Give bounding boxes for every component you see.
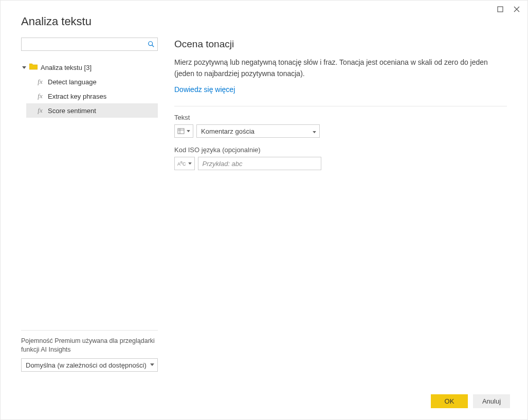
function-tree: Analiza tekstu [3] fx Detect language fx…: [21, 61, 158, 330]
field-text: Tekst Komentarz gościa: [174, 114, 507, 138]
text-column-dropdown[interactable]: Komentarz gościa: [196, 124, 320, 138]
iso-input[interactable]: [198, 157, 321, 170]
tree-item-detect-language[interactable]: fx Detect language: [26, 75, 158, 89]
left-panel: Analiza tekstu [3] fx Detect language fx…: [21, 38, 170, 372]
ok-button-label: OK: [445, 397, 454, 405]
search-icon[interactable]: [145, 41, 157, 48]
capacity-dropdown-value: Domyślna (w zależności od dostępności): [26, 361, 147, 369]
tree-item-label: Extract key phrases: [48, 93, 106, 100]
search-input-wrapper[interactable]: [21, 38, 158, 51]
learn-more-link[interactable]: Dowiedz się więcej: [174, 85, 235, 94]
details-panel: Ocena tonacji Mierz pozytywną lub negaty…: [170, 38, 507, 372]
iso-type-dropdown[interactable]: ABC: [174, 157, 195, 170]
field-text-label: Tekst: [174, 114, 507, 121]
fx-icon: fx: [37, 78, 44, 86]
chevron-down-icon: [188, 162, 192, 165]
tree-item-label: Score sentiment: [48, 107, 96, 115]
tree-item-label: Detect language: [48, 78, 97, 86]
svg-line-2: [152, 45, 154, 47]
tree-item-score-sentiment[interactable]: fx Score sentiment: [26, 103, 158, 118]
divider: [174, 106, 507, 106]
chevron-down-icon: [150, 362, 154, 368]
maximize-icon[interactable]: [497, 6, 504, 13]
fx-icon: fx: [37, 106, 44, 115]
svg-point-1: [149, 42, 153, 46]
tree-root[interactable]: Analiza tekstu [3]: [21, 61, 158, 74]
capacity-dropdown[interactable]: Domyślna (w zależności od dostępności): [21, 358, 158, 372]
dialog-header: Analiza tekstu: [1, 1, 527, 32]
close-icon[interactable]: [513, 6, 520, 13]
column-icon: [177, 127, 185, 135]
window-controls: [489, 1, 527, 18]
cancel-button[interactable]: Anuluj: [473, 394, 510, 408]
search-input[interactable]: [22, 38, 145, 50]
field-iso: Kod ISO języka (opcjonalnie) ABC: [174, 146, 507, 170]
svg-rect-0: [498, 7, 503, 12]
abc-icon: ABC: [177, 161, 186, 167]
svg-rect-3: [178, 129, 184, 134]
fx-icon: fx: [37, 92, 44, 100]
text-type-dropdown[interactable]: [174, 124, 193, 138]
function-heading: Ocena tonacji: [174, 39, 507, 50]
text-column-value: Komentarz gościa: [201, 127, 254, 135]
ok-button[interactable]: OK: [431, 394, 468, 408]
dialog-footer: OK Anuluj: [1, 386, 527, 419]
function-description: Mierz pozytywną lub negatywną tonację sł…: [174, 57, 493, 79]
capacity-label: Pojemność Premium używana dla przeglądar…: [21, 337, 158, 354]
capacity-section: Pojemność Premium używana dla przeglądar…: [21, 330, 158, 372]
tree-root-label: Analiza tekstu [3]: [41, 64, 92, 71]
chevron-down-icon: [313, 127, 316, 135]
chevron-down-icon: [22, 65, 26, 70]
tree-item-extract-key-phrases[interactable]: fx Extract key phrases: [26, 89, 158, 103]
folder-icon: [29, 63, 38, 71]
cancel-button-label: Anuluj: [482, 397, 501, 405]
field-iso-label: Kod ISO języka (opcjonalnie): [174, 146, 507, 154]
chevron-down-icon: [187, 130, 190, 133]
dialog-title: Analiza tekstu: [21, 15, 507, 28]
